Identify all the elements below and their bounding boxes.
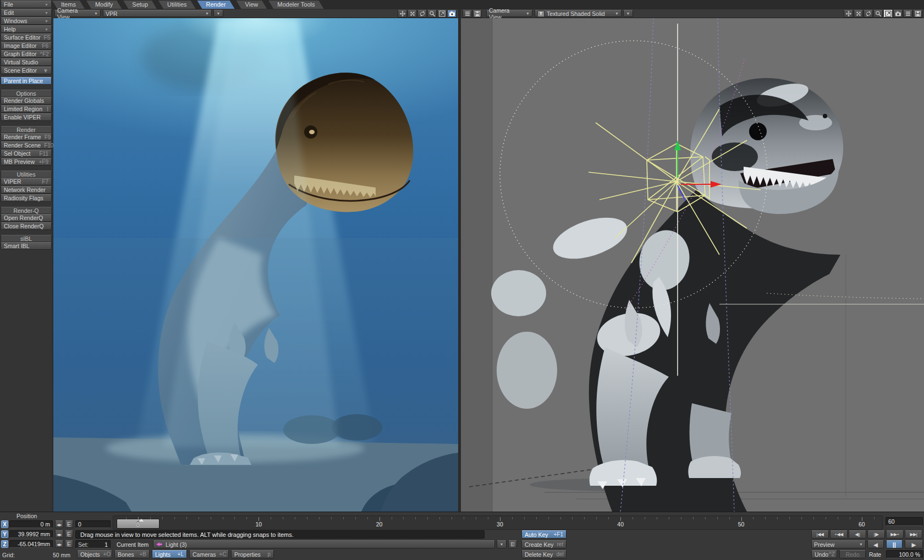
- sidebar-item-enable-viper[interactable]: Enable VIPER: [1, 113, 52, 121]
- viewport-options-dropdown-left[interactable]: ▼: [213, 10, 223, 17]
- current-item-list-button[interactable]: ▼: [497, 540, 507, 548]
- sidebar-item-mb-preview[interactable]: MB Preview+F9: [1, 158, 52, 166]
- move-button[interactable]: [844, 10, 853, 18]
- sidebar-item-render-frame[interactable]: Render FrameF9: [1, 133, 52, 141]
- list-button[interactable]: [463, 10, 472, 18]
- sidebar-item-sel-object[interactable]: Sel ObjectF11: [1, 150, 52, 157]
- position-y-field[interactable]: 39.9992 mm: [9, 530, 53, 538]
- save-button[interactable]: [913, 10, 922, 18]
- item-panel-button[interactable]: [508, 540, 517, 548]
- sidebar-item-image-editor[interactable]: Image EditorF6: [1, 42, 52, 50]
- sidebar-item-open-renderq[interactable]: Open RenderQ: [1, 214, 52, 222]
- camera-button[interactable]: [893, 10, 903, 18]
- pan-button[interactable]: [854, 10, 863, 18]
- bones-button[interactable]: Bones+B: [114, 550, 150, 558]
- tab-render[interactable]: Render: [197, 1, 235, 9]
- menu-file[interactable]: File▼: [1, 1, 52, 8]
- axis-badge-x[interactable]: X: [1, 520, 8, 528]
- play-reverse-button[interactable]: ◀: [867, 540, 884, 548]
- envelope-y-button[interactable]: E: [65, 530, 73, 538]
- view-mode-dropdown-right[interactable]: Camera View ▼: [486, 10, 532, 17]
- sidebar-item-parent-in-place[interactable]: Parent in Place: [1, 77, 52, 85]
- go-to-start-button[interactable]: |◀◀: [811, 530, 829, 539]
- tab-view[interactable]: View: [237, 1, 267, 9]
- ruler-number: 0: [136, 521, 140, 528]
- go-to-end-button[interactable]: ▶▶|: [905, 530, 922, 539]
- sidebar-item-surface-editor-shortcut: F5: [44, 35, 51, 41]
- tab-setup[interactable]: Setup: [123, 1, 157, 9]
- viewport-options-dropdown-right[interactable]: ▼: [623, 10, 633, 17]
- camera-button[interactable]: [447, 10, 457, 18]
- create-key-button[interactable]: Create Keyret: [521, 540, 566, 548]
- sidebar-item-graph-editor[interactable]: Graph Editor^F2: [1, 50, 52, 58]
- rotate-button[interactable]: [417, 10, 427, 18]
- sidebar-item-render-scene[interactable]: Render SceneF10: [1, 141, 52, 149]
- current-frame-field[interactable]: 0: [75, 520, 111, 528]
- pause-button[interactable]: ||: [886, 540, 903, 548]
- end-frame-field[interactable]: 60: [886, 517, 923, 526]
- sidebar-item-network-render[interactable]: Network Render: [1, 186, 52, 194]
- timeline-ruler[interactable]: 0 0102030405060: [113, 515, 883, 530]
- sidebar-item-render-globals[interactable]: Render Globals: [1, 97, 52, 105]
- pan-button[interactable]: [408, 10, 417, 18]
- view-mode-dropdown-left[interactable]: Camera View ▼: [54, 10, 101, 17]
- menu-edit[interactable]: Edit▼: [1, 9, 52, 17]
- axis-badge-z[interactable]: Z: [1, 540, 8, 548]
- sidebar-item-viper[interactable]: VIPERF7: [1, 178, 52, 185]
- tab-modeler-tools[interactable]: Modeler Tools: [268, 1, 323, 9]
- maximize-button[interactable]: [883, 10, 893, 18]
- step-forward-button[interactable]: ||▶: [867, 530, 885, 539]
- step-back-button[interactable]: ◀||: [849, 530, 866, 539]
- rate-field[interactable]: 100.0 %: [886, 550, 923, 558]
- position-z-field[interactable]: -65.0419mm: [9, 540, 53, 548]
- next-key-button[interactable]: ▶▶+: [886, 530, 904, 539]
- sidebar-item-surface-editor[interactable]: Surface EditorF5: [1, 34, 52, 41]
- menu-help[interactable]: Help▼: [1, 25, 52, 33]
- sidebar-item-smart-ibl[interactable]: Smart IBL: [1, 242, 52, 250]
- selection-count-field[interactable]: Set: 1: [75, 540, 111, 548]
- sidebar-item-radiosity-flags[interactable]: Radiosity Flags: [1, 194, 52, 202]
- render-mode-dropdown-right[interactable]: T Textured Shaded Solid ▼: [535, 10, 622, 17]
- grid-value: 50 mm: [33, 552, 70, 558]
- auto-key-button[interactable]: Auto Key+F1: [521, 530, 566, 539]
- ruler-tick: [560, 517, 561, 519]
- sidebar-item-close-renderq[interactable]: Close RenderQ: [1, 222, 52, 230]
- play-button[interactable]: ▶: [905, 540, 923, 548]
- nudge-z-button[interactable]: ◀▶: [55, 540, 63, 548]
- zoom-button[interactable]: [427, 10, 437, 18]
- axis-badge-y[interactable]: Y: [1, 530, 8, 538]
- left-viewport-canvas[interactable]: [53, 18, 458, 512]
- zoom-button[interactable]: [873, 10, 883, 18]
- nudge-x-button[interactable]: ◀▶: [55, 520, 63, 528]
- rotate-button[interactable]: [864, 10, 873, 18]
- tab-modify[interactable]: Modify: [86, 1, 122, 9]
- tab-utilities[interactable]: Utilities: [158, 1, 195, 9]
- previous-key-button[interactable]: +◀◀: [830, 530, 848, 539]
- ruler-tick: [295, 517, 295, 519]
- save-button[interactable]: [472, 10, 482, 18]
- right-viewport-canvas[interactable]: [461, 18, 924, 512]
- sidebar-item-surface-editor-label: Surface Editor: [4, 34, 41, 41]
- redo-button[interactable]: Redo: [839, 550, 866, 558]
- delete-key-button[interactable]: Delete Keydel: [521, 550, 566, 558]
- sidebar-item-virtual-studio[interactable]: Virtual Studio: [1, 58, 52, 66]
- list-button[interactable]: [903, 10, 912, 18]
- properties-button[interactable]: Propertiesp: [231, 550, 274, 558]
- envelope-x-button[interactable]: E: [65, 520, 73, 528]
- objects-button[interactable]: Objects+O: [77, 550, 112, 558]
- sidebar-item-scene-editor[interactable]: Scene Editor▼: [1, 67, 52, 74]
- section-header-utilities: Utilities: [1, 171, 52, 178]
- maximize-button[interactable]: [437, 10, 447, 18]
- undo-button[interactable]: Undo ^Z: [811, 550, 837, 558]
- cameras-button[interactable]: Cameras+C: [189, 550, 229, 558]
- current-item-dropdown[interactable]: Light (3): [153, 540, 495, 548]
- preview-dropdown[interactable]: Preview ▼: [811, 540, 866, 548]
- envelope-z-button[interactable]: E: [65, 540, 73, 548]
- nudge-y-button[interactable]: ◀▶: [55, 530, 63, 538]
- menu-windows[interactable]: Windows▼: [1, 17, 52, 25]
- move-button[interactable]: [398, 10, 407, 18]
- position-x-field[interactable]: 0 m: [9, 520, 53, 528]
- lights-button[interactable]: Lights+L: [152, 550, 187, 558]
- sidebar-item-limited-region[interactable]: Limited RegionI: [1, 105, 52, 113]
- render-mode-dropdown-left[interactable]: VPR ▼: [103, 10, 212, 17]
